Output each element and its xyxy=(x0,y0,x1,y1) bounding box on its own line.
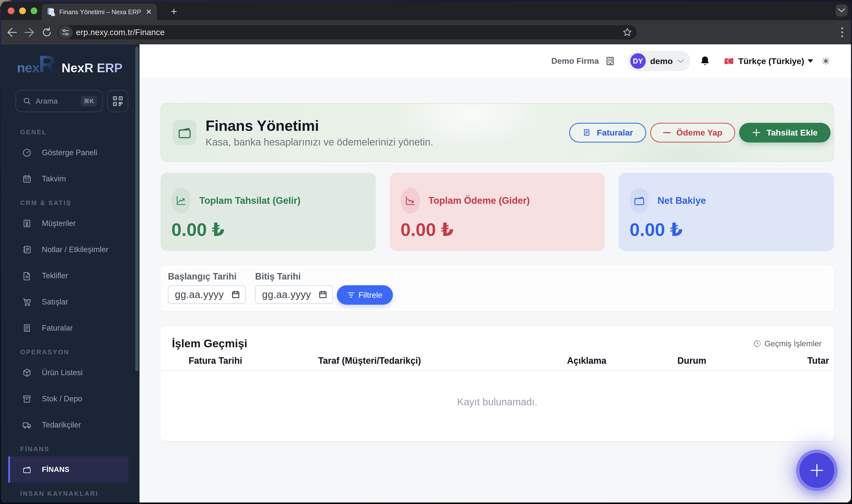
turkish-flag-icon xyxy=(724,57,734,65)
end-date-placeholder: gg.aa.yyyy xyxy=(262,289,319,300)
sidebar-item-label: Notlar / Etkileşimler xyxy=(42,245,108,254)
sidebar-scrollbar[interactable] xyxy=(135,47,139,371)
sidebar-item-label: Satışlar xyxy=(42,298,68,306)
plus-icon xyxy=(752,128,761,137)
close-window-button[interactable] xyxy=(8,7,15,14)
truck-icon xyxy=(22,420,32,430)
logo-title: NexR ERP xyxy=(61,61,123,75)
new-tab-button[interactable]: + xyxy=(168,6,179,17)
company-name: Demo Firma xyxy=(551,56,599,66)
empty-state-text: Kayıt bulunamadı. xyxy=(160,396,834,408)
sidebar: nexR NexR ERP Arama ⌘K xyxy=(1,44,140,503)
sidebar-item-gosterge-paneli[interactable]: Gösterge Paneli xyxy=(8,140,128,166)
app-logo[interactable]: nexR NexR ERP xyxy=(1,44,140,77)
reload-button[interactable] xyxy=(40,25,54,39)
stat-label: Toplam Tahsilat (Gelir) xyxy=(199,195,301,206)
hero-actions: Faturalar Ödeme Yap Tahsilat Ekle xyxy=(569,123,831,143)
column-header[interactable]: Fatura Tarihi xyxy=(188,356,318,366)
app-header: Demo Firma DY demo xyxy=(140,44,851,78)
end-date-label: Bitiş Tarihi xyxy=(255,269,333,285)
app-frame: nexR NexR ERP Arama ⌘K xyxy=(1,44,851,503)
user-menu[interactable]: DY demo xyxy=(628,51,691,71)
plus-icon xyxy=(809,463,824,478)
chevron-down-icon xyxy=(838,8,845,13)
sidebar-item-faturalar[interactable]: Faturalar xyxy=(8,315,128,341)
document-icon xyxy=(22,271,32,281)
transaction-history-card: İşlem Geçmişi Geçmiş İşlemler Fatura Tar… xyxy=(160,326,834,441)
sidebar-item-stok-depo[interactable]: Stok / Depo xyxy=(8,386,128,412)
building-icon[interactable] xyxy=(605,56,615,66)
main-area: Demo Firma DY demo xyxy=(140,44,851,503)
browser-tab[interactable]: Finans Yönetimi – Nexa ERP ✕ xyxy=(42,4,157,20)
sidebar-item-urun-listesi[interactable]: Ürün Listesi xyxy=(8,360,128,386)
pay-button-label: Ödeme Yap xyxy=(676,128,723,138)
stat-card-expense: Toplam Ödeme (Gider) 0.00 ₺ xyxy=(389,173,605,251)
language-selector[interactable]: Türkçe (Türkiye) xyxy=(724,56,813,66)
column-header[interactable]: Tutar xyxy=(777,356,829,366)
stat-cards: Toplam Tahsilat (Gelir) 0.00 ₺ Toplam Öd… xyxy=(160,173,834,251)
site-settings-icon[interactable] xyxy=(58,26,73,39)
trend-up-icon xyxy=(171,187,191,214)
zoom-window-button[interactable] xyxy=(31,7,37,14)
trend-down-icon xyxy=(401,187,420,214)
tab-search-button[interactable] xyxy=(836,4,848,16)
add-collection-button[interactable]: Tahsilat Ekle xyxy=(739,123,831,143)
start-date-placeholder: gg.aa.yyyy xyxy=(175,289,231,300)
sidebar-item-finans[interactable]: FİNANS xyxy=(8,456,128,483)
sidebar-item-notlar-etkilesimler[interactable]: Notlar / Etkileşimler xyxy=(8,236,128,263)
qr-code-icon xyxy=(113,96,123,106)
invoices-button[interactable]: Faturalar xyxy=(569,123,647,143)
column-header[interactable]: Durum xyxy=(677,356,777,366)
fab-add-button[interactable] xyxy=(796,450,837,491)
sidebar-item-label: Takvim xyxy=(42,174,66,183)
start-date-label: Başlangıç Tarihi xyxy=(168,269,246,285)
url-text[interactable]: erp.nexy.com.tr/Finance xyxy=(76,28,622,37)
back-button[interactable] xyxy=(5,25,19,39)
macos-traffic-lights xyxy=(8,7,37,14)
language-label: Türkçe (Türkiye) xyxy=(738,56,804,66)
sidebar-item-teklifler[interactable]: Teklifler xyxy=(8,263,128,289)
column-header[interactable]: Taraf (Müşteri/Tedarikçi) xyxy=(318,356,567,366)
pay-button[interactable]: Ödeme Yap xyxy=(650,123,735,143)
avatar: DY xyxy=(630,53,646,69)
wallet-icon xyxy=(630,187,649,214)
start-date-input[interactable]: gg.aa.yyyy xyxy=(168,285,246,304)
history-clock-icon xyxy=(753,340,761,347)
table-title: İşlem Geçmişi xyxy=(172,337,753,350)
tab-close-icon[interactable]: ✕ xyxy=(146,8,152,16)
browser-toolbar: erp.nexy.com.tr/Finance xyxy=(1,20,851,44)
nav-section-finans: FİNANS xyxy=(8,442,128,456)
sidebar-nav: GENEL Gösterge Paneli Takvim CRM & SATIŞ xyxy=(1,125,140,501)
sidebar-item-label: Stok / Depo xyxy=(42,394,82,403)
nav-section-operasyon: OPERASYON xyxy=(8,345,128,360)
sidebar-item-satislar[interactable]: Satışlar xyxy=(8,289,128,315)
search-icon xyxy=(23,97,31,105)
end-date-input[interactable]: gg.aa.yyyy xyxy=(255,285,333,304)
bookmark-star-icon[interactable] xyxy=(622,28,632,37)
sun-icon xyxy=(821,57,830,65)
nav-section-genel: GENEL xyxy=(8,125,128,140)
page-content: Finans Yönetimi Kasa, banka hesaplarınız… xyxy=(140,78,851,503)
column-header[interactable]: Açıklama xyxy=(567,356,677,366)
minimize-window-button[interactable] xyxy=(19,7,26,14)
search-input[interactable]: Arama ⌘K xyxy=(15,90,103,112)
history-link[interactable]: Geçmiş İşlemler xyxy=(753,339,821,348)
tab-strip: Finans Yönetimi – Nexa ERP ✕ + xyxy=(1,1,851,20)
stat-label: Toplam Ödeme (Gider) xyxy=(429,195,530,206)
stat-card-income: Toplam Tahsilat (Gelir) 0.00 ₺ xyxy=(160,173,376,251)
address-bar[interactable]: erp.nexy.com.tr/Finance xyxy=(57,25,637,39)
sidebar-item-takvim[interactable]: Takvim xyxy=(8,166,128,192)
browser-menu-button[interactable] xyxy=(837,28,847,37)
sidebar-item-tedarikciler[interactable]: Tedarikçiler xyxy=(8,412,128,438)
nav-section-insan-kaynaklari: İNSAN KAYNAKLARI xyxy=(8,486,128,501)
notifications-button[interactable] xyxy=(700,56,710,67)
qr-scan-button[interactable] xyxy=(107,90,128,112)
receipt-icon xyxy=(22,323,32,333)
tab-favicon-icon xyxy=(47,8,55,16)
sidebar-item-musteriler[interactable]: Müşteriler xyxy=(8,210,128,236)
forward-button[interactable] xyxy=(22,25,36,39)
filter-button[interactable]: Filtrele xyxy=(337,285,393,305)
theme-toggle-button[interactable] xyxy=(821,57,830,65)
chevron-down-icon xyxy=(677,59,684,63)
stat-label: Net Bakiye xyxy=(657,195,706,206)
